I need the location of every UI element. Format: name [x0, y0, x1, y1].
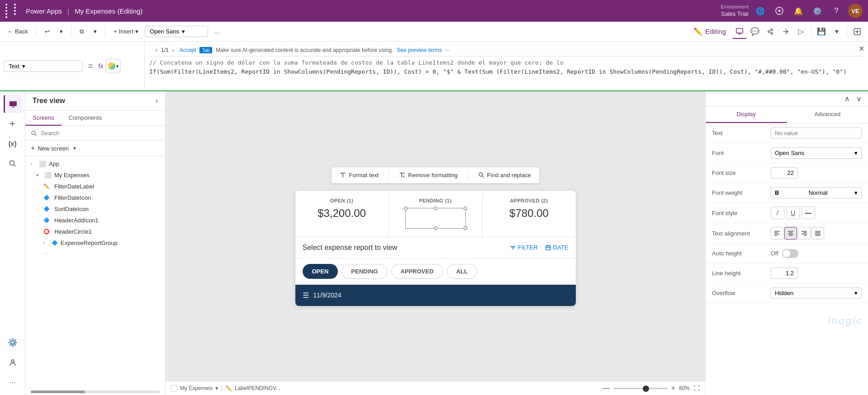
auto-height-toggle[interactable]: [782, 249, 798, 258]
zoom-plus-button[interactable]: +: [671, 384, 675, 392]
zoom-slider-track[interactable]: [613, 388, 668, 389]
bell-icon[interactable]: 🔔: [791, 4, 806, 18]
publish-icon[interactable]: [850, 24, 864, 39]
filter-button[interactable]: FILTER: [510, 244, 538, 251]
fullscreen-button[interactable]: ⛶: [693, 385, 700, 392]
screens-icon[interactable]: [732, 24, 747, 39]
align-justify-button[interactable]: [811, 227, 824, 240]
tree-item-app[interactable]: › ⬜ App: [25, 158, 165, 169]
comments-icon[interactable]: 💬: [748, 24, 762, 39]
expense-row[interactable]: ☰ 11/9/2024: [295, 285, 576, 306]
tree-collapse-button[interactable]: ›: [156, 97, 158, 105]
tab-approved[interactable]: APPROVED: [391, 264, 443, 279]
sidebar-more-icon[interactable]: ···: [4, 373, 22, 391]
tab-pending[interactable]: PENDING: [342, 264, 387, 279]
tree-scrollbar[interactable]: [31, 390, 160, 393]
back-button[interactable]: ← Back: [4, 26, 32, 37]
sidebar-settings-icon[interactable]: ⚙️: [4, 334, 22, 352]
tab-all[interactable]: ALL: [447, 264, 477, 279]
user-avatar[interactable]: VE: [848, 4, 863, 18]
tab-screens[interactable]: Screens: [25, 111, 62, 126]
tree-item-headeraddicon1[interactable]: 🔷 HeaderAddIcon1: [25, 215, 165, 226]
strikethrough-button[interactable]: —: [802, 207, 815, 219]
share-icon[interactable]: [778, 24, 793, 39]
color-picker[interactable]: ▾: [106, 59, 120, 73]
prop-font-weight-value[interactable]: B Normal ▾: [771, 187, 862, 198]
new-screen-button[interactable]: + New screen ▾: [25, 141, 165, 156]
date-button[interactable]: DATE: [545, 244, 569, 251]
more-options-button[interactable]: ...: [211, 26, 223, 37]
align-left-button[interactable]: [771, 227, 783, 240]
font-select[interactable]: Open Sans ▾: [771, 147, 862, 159]
sidebar-search-icon[interactable]: [4, 155, 22, 173]
prop-text-value[interactable]: [771, 127, 862, 139]
accept-button[interactable]: Accept: [180, 47, 196, 53]
formula-prev-arrow[interactable]: ‹: [154, 46, 159, 54]
sidebar-variables-icon[interactable]: {x}: [4, 135, 22, 153]
scroll-up-button[interactable]: ∧: [842, 93, 853, 104]
formula-content[interactable]: ‹ 1/1 › Accept Tab Make sure AI-generate…: [145, 42, 868, 90]
globe-icon[interactable]: 🌐: [753, 4, 768, 18]
copy-button[interactable]: ⧉: [76, 26, 87, 37]
remove-formatting-button[interactable]: Remove formatting: [396, 170, 460, 180]
tree-item-expensereportgroup[interactable]: › 🔷 ExpenseReportGroup: [25, 237, 165, 249]
controls-icon[interactable]: [763, 24, 778, 39]
zoom-control[interactable]: — + 80%: [602, 384, 690, 392]
line-height-input[interactable]: [771, 268, 798, 279]
component-selector[interactable]: ✏️ LabelPENDINGV...: [226, 385, 280, 391]
font-weight-select[interactable]: B Normal ▾: [771, 187, 862, 198]
text-input[interactable]: [771, 127, 862, 139]
tab-display[interactable]: Display: [706, 106, 787, 123]
save-dropdown[interactable]: ▾: [830, 24, 844, 39]
sidebar-add-icon[interactable]: +: [4, 115, 22, 133]
prop-font-value[interactable]: Open Sans ▾: [771, 147, 862, 159]
undo-dropdown[interactable]: ▾: [56, 26, 66, 37]
overflow-select[interactable]: Hidden ▾: [771, 287, 862, 299]
tree-item-more[interactable]: ···: [25, 249, 165, 259]
apps-grid-icon[interactable]: [5, 4, 21, 18]
approved-stat-box[interactable]: APPROVED (2) $780.00: [483, 191, 576, 237]
tab-advanced[interactable]: Advanced: [787, 106, 868, 123]
scroll-down-button[interactable]: ∨: [854, 93, 864, 104]
tree-item-myexpenses[interactable]: ▾ ⬜ My Expenses: [25, 169, 165, 181]
formula-type-dropdown[interactable]: Text ▾: [4, 61, 83, 72]
find-replace-button[interactable]: Find and replace: [475, 170, 534, 180]
screen-selector[interactable]: My Expenses ▾: [171, 385, 218, 391]
formula-next-arrow[interactable]: ›: [171, 46, 176, 54]
font-size-input[interactable]: [771, 167, 798, 179]
prop-overflow-value[interactable]: Hidden ▾: [771, 287, 862, 299]
tab-components[interactable]: Components: [62, 111, 109, 126]
undo-button[interactable]: ↩: [41, 26, 53, 37]
sidebar-screens-icon[interactable]: [4, 95, 22, 113]
align-center-button[interactable]: [784, 227, 797, 240]
tree-item-headercircle1[interactable]: ⭕ HeaderCircle1: [25, 226, 165, 237]
insert-button[interactable]: + Insert ▾: [110, 26, 142, 37]
prop-line-height-value[interactable]: [771, 268, 862, 279]
formula-close-button[interactable]: ✕: [859, 44, 864, 53]
align-right-button[interactable]: [798, 227, 811, 240]
sidebar-account-icon[interactable]: [4, 353, 22, 371]
screen-dropdown-arrow[interactable]: ▾: [215, 385, 218, 391]
prop-font-size-value[interactable]: [771, 167, 862, 179]
settings-icon[interactable]: ⚙️: [810, 4, 825, 18]
see-preview-link[interactable]: See preview terms: [397, 47, 441, 53]
italic-button[interactable]: /: [771, 207, 784, 219]
tab-open[interactable]: OPEN: [303, 264, 338, 279]
format-text-button[interactable]: Format text: [337, 170, 381, 180]
pending-stat-box[interactable]: PENDING (1): [389, 191, 483, 237]
tree-item-sortdateicon[interactable]: 🔷 SortDateIcon: [25, 203, 165, 215]
copy-dropdown[interactable]: ▾: [90, 26, 100, 37]
formula-code[interactable]: // Concatena un signo de dólar con la su…: [149, 58, 863, 76]
help-icon[interactable]: ?: [829, 4, 844, 18]
underline-button[interactable]: U: [786, 207, 800, 219]
copilot-icon[interactable]: [772, 4, 787, 18]
tree-item-filterdatelabel[interactable]: ✏️ FilterDateLabel: [25, 181, 165, 192]
search-input[interactable]: [41, 130, 160, 136]
tree-item-filterdateicon[interactable]: 🔷 FilterDateIcon: [25, 192, 165, 203]
save-icon[interactable]: 💾: [814, 24, 829, 39]
play-icon[interactable]: ▷: [794, 24, 808, 39]
zoom-minus-button[interactable]: —: [602, 384, 610, 392]
zoom-slider-thumb[interactable]: [643, 386, 649, 392]
tree-search[interactable]: [25, 126, 165, 141]
font-dropdown[interactable]: Open Sans ▾: [145, 26, 208, 37]
